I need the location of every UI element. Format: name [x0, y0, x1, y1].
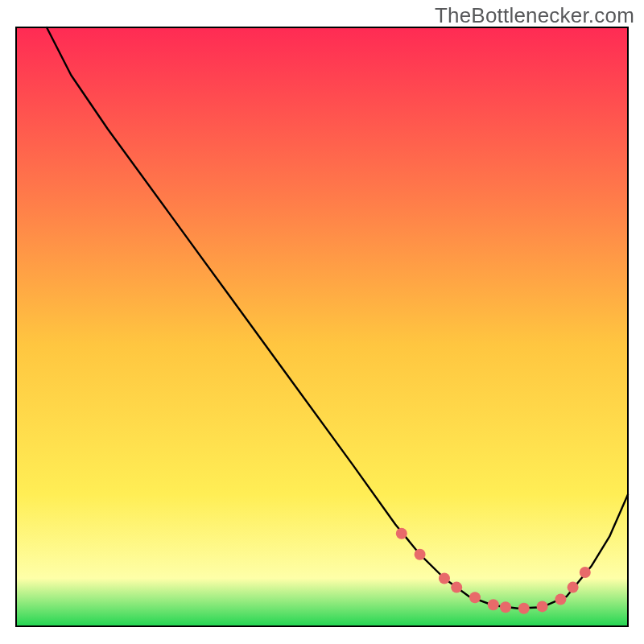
curve-marker [580, 567, 591, 578]
curve-marker [488, 599, 499, 610]
curve-marker [415, 549, 426, 560]
chart-container: { "attribution": "TheBottlenecker.com", … [0, 0, 644, 644]
curve-marker [439, 573, 450, 584]
bottleneck-chart [0, 0, 644, 644]
curve-marker [537, 601, 548, 612]
curve-marker [396, 528, 407, 539]
curve-marker [568, 582, 579, 593]
curve-marker [500, 601, 511, 613]
curve-marker [518, 603, 530, 614]
curve-marker [555, 594, 566, 605]
curve-marker [469, 592, 481, 603]
gradient-background [16, 27, 628, 626]
curve-marker [451, 582, 462, 593]
